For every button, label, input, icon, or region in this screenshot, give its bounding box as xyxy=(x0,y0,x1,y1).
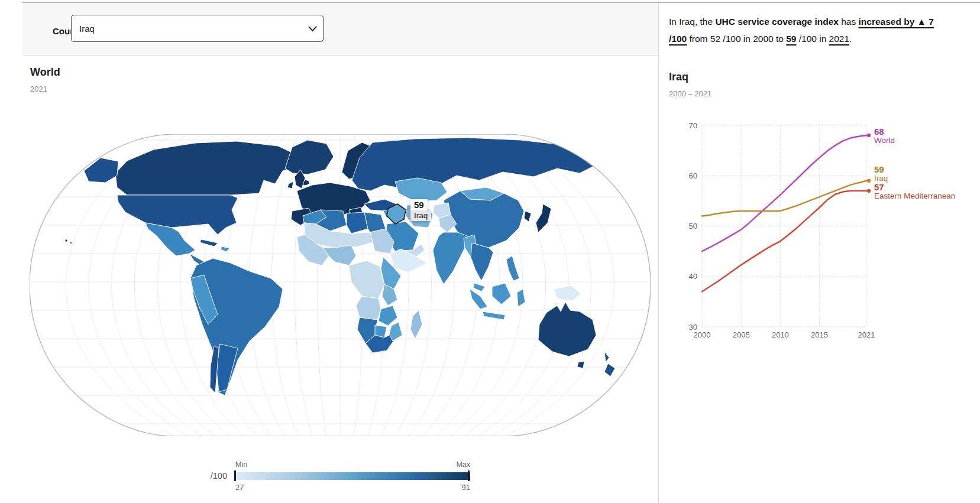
map-region-libya[interactable] xyxy=(347,212,368,233)
y-tick-label: 60 xyxy=(689,171,697,180)
legend-min-value: 27 xyxy=(235,483,244,492)
y-tick-label: 40 xyxy=(689,272,697,281)
y-tick-label: 70 xyxy=(689,121,697,130)
summary-text: In Iraq, the UHC service coverage index … xyxy=(669,13,950,47)
map-tooltip-label: Iraq xyxy=(410,210,431,221)
legend-min-tick xyxy=(234,470,236,481)
legend-gradient-bar[interactable] xyxy=(235,472,470,480)
series-endpoint-dot xyxy=(867,179,871,183)
legend-minmax-row: Min Max xyxy=(235,460,470,469)
series-end-label-eastern-mediterranean: 57Eastern Mediterranean xyxy=(874,182,955,200)
map-region-japan[interactable] xyxy=(536,204,551,232)
svg-text:Eastern Mediterranean: Eastern Mediterranean xyxy=(874,192,955,200)
map-title: World xyxy=(30,66,60,79)
map-region-new-zealand[interactable] xyxy=(604,352,615,377)
svg-text:59: 59 xyxy=(874,164,884,174)
chart-axis-labels: 304050607020002005201020152021 xyxy=(689,121,875,340)
page: Country Iraq World 2021 xyxy=(0,0,980,503)
map-region-hawaii[interactable] xyxy=(65,239,67,242)
map-tooltip-value: 59 xyxy=(410,199,428,210)
x-tick-label: 2005 xyxy=(733,330,750,339)
map-region-malaysia[interactable] xyxy=(473,283,485,291)
legend-unit-label: /100 xyxy=(190,471,227,481)
map-region-ireland[interactable] xyxy=(287,181,293,189)
map-subtitle: 2021 xyxy=(30,85,47,93)
map-region-drc[interactable] xyxy=(349,261,384,298)
legend-max-tick xyxy=(468,470,470,481)
line-chart-svg: 30405060702000200520102015202168World59I… xyxy=(658,109,980,346)
legend-max-label: Max xyxy=(456,460,470,469)
line-chart[interactable]: 30405060702000200520102015202168World59I… xyxy=(658,109,980,346)
series-line-world[interactable] xyxy=(702,135,866,251)
map-region-sulawesi[interactable] xyxy=(517,289,525,307)
series-end-label-world: 68World xyxy=(874,126,895,145)
x-tick-label: 2015 xyxy=(811,330,828,339)
y-tick-label: 50 xyxy=(689,222,697,231)
map-region-angola[interactable] xyxy=(356,296,381,320)
world-map: 59 Iraq xyxy=(30,134,651,436)
svg-text:57: 57 xyxy=(874,182,884,192)
chart-subtitle: 2000 – 2021 xyxy=(669,89,711,98)
series-end-label-iraq: 59Iraq xyxy=(874,164,888,183)
legend-min-label: Min xyxy=(235,460,247,469)
series-line-iraq[interactable] xyxy=(702,181,866,216)
map-region-cuba[interactable] xyxy=(200,239,218,246)
chart-title: Iraq xyxy=(669,71,688,83)
legend-max-value: 91 xyxy=(462,483,470,492)
country-select[interactable]: Iraq xyxy=(71,15,324,42)
map-region-hawaii-2[interactable] xyxy=(70,242,72,244)
map-region-sumatra[interactable] xyxy=(470,289,487,309)
legend-values-row: 27 91 xyxy=(235,483,470,492)
series-endpoint-dot xyxy=(867,189,871,193)
svg-text:World: World xyxy=(874,136,895,145)
map-region-usa[interactable] xyxy=(117,195,238,235)
map-region-tasmania[interactable] xyxy=(577,361,584,368)
map-region-mozambique[interactable] xyxy=(389,322,402,341)
series-endpoint-dot xyxy=(867,134,871,137)
svg-text:68: 68 xyxy=(874,126,884,137)
map-region-philippines[interactable] xyxy=(506,256,519,281)
map-region-borneo[interactable] xyxy=(492,283,511,304)
svg-text:Iraq: Iraq xyxy=(874,174,888,183)
x-tick-label: 2021 xyxy=(858,330,875,339)
map-region-indochina[interactable] xyxy=(471,243,493,281)
world-map-svg xyxy=(30,134,651,436)
map-region-canada[interactable] xyxy=(115,141,297,195)
map-region-madagascar[interactable] xyxy=(410,310,422,339)
map-region-greenland[interactable] xyxy=(285,140,334,174)
chart-gridlines xyxy=(702,125,866,327)
map-tooltip: 59 Iraq xyxy=(410,199,431,221)
map-region-papua[interactable] xyxy=(554,285,581,301)
x-tick-label: 2010 xyxy=(772,330,789,339)
map-region-tanzania[interactable] xyxy=(382,284,397,306)
map-region-zambia[interactable] xyxy=(379,306,397,326)
map-region-java[interactable] xyxy=(483,311,505,320)
map-region-india[interactable] xyxy=(433,232,467,284)
x-tick-label: 2000 xyxy=(694,330,711,339)
map-region-russia[interactable] xyxy=(352,138,626,191)
